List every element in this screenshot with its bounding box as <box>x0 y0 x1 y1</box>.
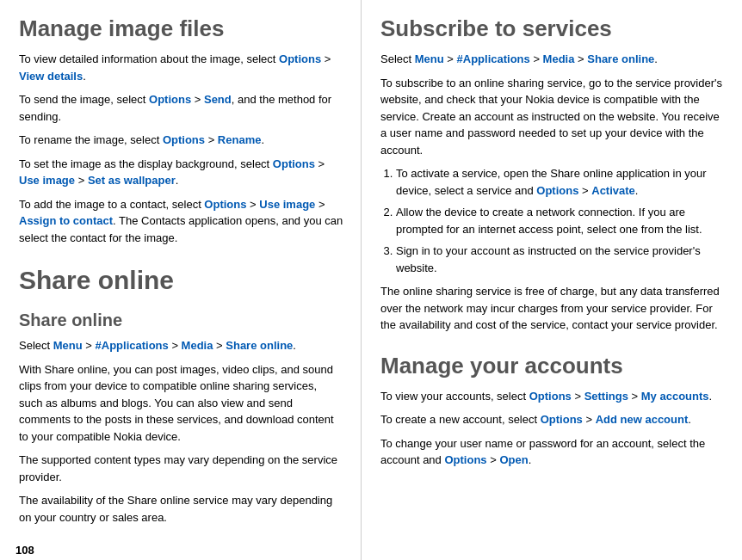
manage-para-1: To view detailed information about the i… <box>19 51 343 84</box>
share-online-sub-title: Share online <box>19 310 343 330</box>
page-container: Manage image files To view detailed info… <box>0 0 742 560</box>
options-link-4: Options <box>273 157 315 170</box>
manage-accounts-para-3: To change your user name or password for… <box>380 435 725 469</box>
options-link-1: Options <box>279 52 321 65</box>
options-link-3: Options <box>163 133 205 146</box>
share-online-link-1: Share online <box>226 339 293 352</box>
right-column: Subscribe to services Select Menu > #App… <box>362 0 742 560</box>
manage-para-5: To add the image to a contact, select Op… <box>19 196 343 247</box>
subscribe-footer: The online sharing service is free of ch… <box>380 283 725 334</box>
manage-accounts-para-1: To view your accounts, select Options > … <box>380 388 725 405</box>
media-link-1: Media <box>182 339 213 352</box>
menu-link-2: Menu <box>415 52 444 65</box>
left-column: Manage image files To view detailed info… <box>0 0 362 560</box>
share-online-intro: Select Menu > #Applications > Media > Sh… <box>19 337 343 354</box>
add-new-account-link: Add new account <box>596 413 689 426</box>
subscribe-body: To subscribe to an online sharing servic… <box>380 75 725 159</box>
options-link-8: Options <box>541 413 583 426</box>
options-link-5: Options <box>204 198 246 211</box>
manage-accounts-para-2: To create a new account, select Options … <box>380 411 725 428</box>
use-image-link-2: Use image <box>259 198 315 211</box>
manage-accounts-title: Manage your accounts <box>380 353 725 379</box>
share-online-link-2: Share online <box>587 52 654 65</box>
options-link-7: Options <box>529 390 572 403</box>
activate-link: Activate <box>591 184 635 197</box>
applications-link-1: #Applications <box>96 339 169 352</box>
set-as-wallpaper-link: Set as wallpaper <box>88 174 176 187</box>
open-link: Open <box>499 453 528 466</box>
manage-image-files-title: Manage image files <box>19 15 343 42</box>
subscribe-intro: Select Menu > #Applications > Media > Sh… <box>380 51 725 68</box>
share-online-body-3: The availability of the Share online ser… <box>19 492 343 526</box>
subscribe-list-item-3: Sign in to your account as instructed on… <box>396 243 725 276</box>
subscribe-list-item-1: To activate a service, open the Share on… <box>396 165 725 199</box>
rename-link: Rename <box>218 133 262 146</box>
options-link-6: Options <box>536 184 578 197</box>
menu-link-1: Menu <box>53 339 83 352</box>
settings-link: Settings <box>584 390 628 403</box>
subscribe-list: To activate a service, open the Share on… <box>396 165 725 276</box>
manage-para-2: To send the image, select Options > Send… <box>19 91 343 125</box>
applications-link-2: #Applications <box>457 52 530 65</box>
send-link: Send <box>204 93 232 106</box>
options-link-9: Options <box>444 453 486 466</box>
share-online-body-1: With Share online, you can post images, … <box>19 361 343 446</box>
share-online-big-title: Share online <box>19 265 343 296</box>
view-details-link: View details <box>19 70 83 83</box>
subscribe-to-services-title: Subscribe to services <box>380 15 725 42</box>
media-link-2: Media <box>543 52 575 65</box>
subscribe-list-item-2: Allow the device to create a network con… <box>396 204 725 237</box>
assign-to-contact-link: Assign to contact <box>19 214 113 227</box>
share-online-body-2: The supported content types may vary dep… <box>19 452 343 485</box>
manage-para-3: To rename the image, select Options > Re… <box>19 132 343 149</box>
manage-para-4: To set the image as the display backgrou… <box>19 156 343 189</box>
page-number: 108 <box>15 544 34 557</box>
use-image-link-1: Use image <box>19 174 75 187</box>
options-link-2: Options <box>149 93 191 106</box>
my-accounts-link: My accounts <box>641 390 709 403</box>
